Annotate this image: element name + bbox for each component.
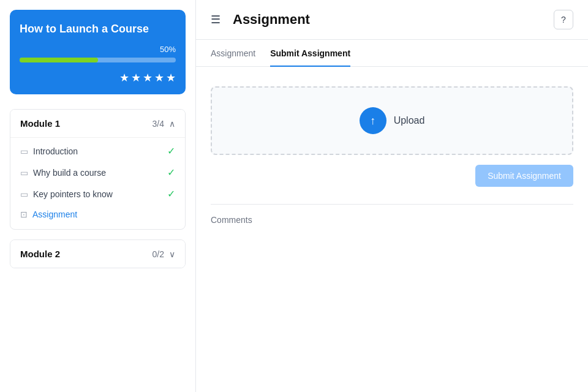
tab-assignment[interactable]: Assignment — [211, 40, 255, 67]
module-1-title: Module 1 — [20, 118, 60, 129]
module-2-section: Module 2 0/2 ∨ — [10, 239, 186, 268]
upload-zone[interactable]: ↑ Upload — [211, 86, 573, 155]
module-1-chevron: ∧ — [169, 119, 175, 129]
top-bar: ☰ Assignment ? — [196, 0, 588, 40]
module-2-chevron: ∨ — [169, 249, 175, 259]
module-1-section: Module 1 3/4 ∧ ▭ Introduction ✓ ▭ Why bu… — [10, 109, 186, 230]
module-1-header[interactable]: Module 1 3/4 ∧ — [10, 110, 185, 137]
module-1-items: ▭ Introduction ✓ ▭ Why build a course ✓ … — [10, 137, 185, 229]
help-button[interactable]: ? — [554, 10, 573, 29]
course-title: How to Launch a Course — [20, 22, 176, 36]
menu-icon[interactable]: ☰ — [211, 13, 221, 26]
stars: ★ ★ ★ ★ ★ — [20, 71, 176, 85]
module-2-meta: 0/2 ∨ — [153, 249, 175, 259]
tabs: Assignment Submit Assignment — [196, 40, 588, 67]
comments-section: Comments — [211, 204, 573, 225]
star-3: ★ — [143, 71, 153, 85]
upload-arrow-icon: ↑ — [370, 115, 375, 127]
submit-assignment-button[interactable]: Submit Assignment — [475, 165, 573, 187]
list-item: ▭ Introduction ✓ — [10, 140, 185, 162]
comments-label: Comments — [211, 215, 252, 225]
course-card: How to Launch a Course 50% ★ ★ ★ ★ ★ — [10, 10, 186, 94]
item-label[interactable]: Why build a course — [33, 168, 106, 178]
video-icon: ▭ — [20, 189, 28, 199]
star-5: ★ — [166, 71, 176, 85]
sidebar: How to Launch a Course 50% ★ ★ ★ ★ ★ Mod… — [0, 0, 196, 392]
progress-bar-bg — [20, 58, 176, 62]
module-2-progress: 0/2 — [153, 249, 164, 259]
upload-icon-circle: ↑ — [360, 107, 386, 134]
star-2: ★ — [131, 71, 141, 85]
item-label[interactable]: Introduction — [33, 146, 78, 156]
module-2-title: Module 2 — [20, 249, 60, 259]
item-label[interactable]: Key pointers to know — [33, 189, 113, 199]
page-title: Assignment — [233, 12, 554, 28]
item-left: ▭ Key pointers to know — [20, 189, 113, 199]
check-icon: ✓ — [167, 145, 175, 157]
star-1: ★ — [119, 71, 129, 85]
progress-bar-fill — [20, 58, 98, 62]
help-icon: ? — [561, 15, 566, 24]
video-icon: ▭ — [20, 146, 28, 156]
module-2-header[interactable]: Module 2 0/2 ∨ — [10, 240, 185, 268]
item-left: ▭ Introduction — [20, 146, 78, 156]
check-icon: ✓ — [167, 188, 175, 200]
item-left: ⊡ Assignment — [20, 209, 77, 219]
content-area: ↑ Upload Submit Assignment Comments — [196, 67, 588, 392]
star-4: ★ — [154, 71, 164, 85]
video-icon: ▭ — [20, 168, 28, 178]
list-item: ⊡ Assignment — [10, 205, 185, 224]
progress-label: 50% — [160, 45, 176, 54]
list-item: ▭ Key pointers to know ✓ — [10, 183, 185, 205]
submit-row: Submit Assignment — [211, 165, 573, 187]
assignment-icon: ⊡ — [20, 209, 28, 219]
upload-label: Upload — [394, 115, 425, 126]
list-item: ▭ Why build a course ✓ — [10, 162, 185, 183]
assignment-link[interactable]: Assignment — [32, 209, 77, 219]
check-icon: ✓ — [167, 167, 175, 178]
module-1-meta: 3/4 ∧ — [153, 119, 175, 129]
item-left: ▭ Why build a course — [20, 168, 106, 178]
tab-submit-assignment[interactable]: Submit Assignment — [270, 40, 350, 67]
module-1-progress: 3/4 — [153, 119, 164, 129]
main-content: ☰ Assignment ? Assignment Submit Assignm… — [196, 0, 588, 392]
